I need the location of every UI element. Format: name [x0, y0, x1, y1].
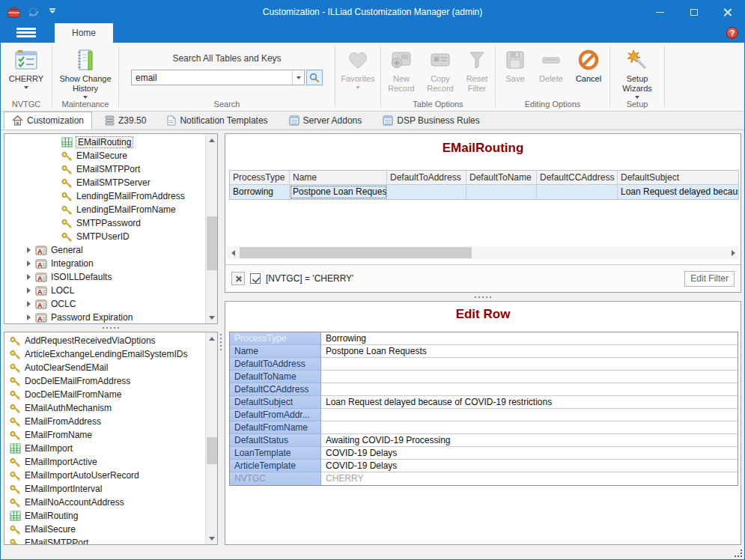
column-header[interactable]: DefaultToAddress	[387, 171, 466, 184]
expand-icon[interactable]	[27, 287, 31, 293]
tree-item[interactable]: SMTPPassword	[4, 216, 217, 230]
field-value[interactable]	[321, 421, 738, 434]
close-button[interactable]	[711, 1, 744, 23]
cancel-button[interactable]: Cancel	[570, 46, 607, 85]
tree-item[interactable]: EMailSecure	[4, 149, 217, 162]
list-item[interactable]: EMailFromName	[4, 428, 217, 442]
column-header[interactable]: DefaultCCAddress	[537, 171, 618, 184]
tree-item[interactable]: LendingEMailFromName	[4, 203, 217, 216]
scroll-left-button[interactable]	[227, 246, 239, 259]
tree-item[interactable]: SMTPUserID	[4, 230, 217, 243]
field-value[interactable]: Borrowing	[321, 332, 738, 345]
grid-cell[interactable]: Loan Request delayed because of COVID-19…	[618, 185, 738, 199]
tree-item[interactable]: A Password Expiration	[4, 311, 217, 324]
delete-button[interactable]: Delete	[532, 46, 570, 85]
cherry-button[interactable]: CHERRY	[1, 46, 52, 91]
list-item[interactable]: EMailRouting	[4, 509, 217, 523]
grid-cell[interactable]	[466, 185, 537, 199]
tree-item[interactable]: A LOCL	[4, 284, 217, 297]
tree-item[interactable]: A ISOILLDefaults	[4, 270, 217, 284]
field-value[interactable]	[321, 371, 738, 383]
list-item[interactable]: DocDelEMailFromAddress	[4, 374, 217, 388]
maximize-button[interactable]	[677, 1, 711, 23]
list-item[interactable]: EMailSecure	[4, 523, 217, 536]
grid-cell[interactable]	[387, 185, 466, 199]
field-value[interactable]: Awaiting COVID-19 Processing	[321, 434, 738, 447]
scroll-down-button[interactable]	[206, 311, 218, 323]
scroll-thumb[interactable]	[207, 437, 217, 464]
tab-dsp-business-rules[interactable]: DSP Business Rules	[374, 112, 488, 130]
scroll-up-button[interactable]	[206, 332, 218, 344]
scroll-down-button[interactable]	[206, 532, 218, 544]
tree-item[interactable]: EMailRouting	[4, 136, 217, 149]
filter-enabled-checkbox[interactable]	[250, 273, 261, 284]
list-vertical-scrollbar[interactable]	[205, 332, 217, 544]
column-header[interactable]: Name	[290, 171, 387, 184]
clear-filter-button[interactable]	[231, 272, 245, 285]
search-go-button[interactable]	[306, 70, 323, 85]
left-horizontal-splitter[interactable]	[4, 324, 218, 332]
tree-item[interactable]: A General	[4, 243, 217, 257]
grid-cell[interactable]	[537, 185, 618, 199]
list-item[interactable]: EMailImportAutoUserRecord	[4, 469, 217, 482]
field-value[interactable]: COVID-19 Delays	[321, 460, 738, 472]
tab-notification-templates[interactable]: Notification Templates	[159, 112, 276, 130]
field-value[interactable]: COVID-19 Delays	[321, 447, 738, 460]
list-item[interactable]: DocDelEMailFromName	[4, 388, 217, 401]
hamburger-menu-icon[interactable]	[16, 28, 36, 39]
tree-item[interactable]: EMailSMTPServer	[4, 176, 217, 189]
show-change-history-button[interactable]: Show Change History	[52, 46, 118, 100]
expand-icon[interactable]	[27, 301, 31, 307]
field-value[interactable]	[321, 358, 738, 371]
column-header[interactable]: DefaultSubject	[618, 171, 738, 184]
list-item[interactable]: EMailSMTPPort	[4, 536, 217, 545]
list-item[interactable]: EMailFromAddress	[4, 415, 217, 428]
favorites-button[interactable]: Favorites	[335, 46, 380, 91]
list-item[interactable]: EMailAuthMechanism	[4, 401, 217, 415]
list-item[interactable]: EMailImportActive	[4, 455, 217, 469]
edit-filter-button[interactable]: Edit Filter	[684, 271, 735, 287]
resize-grip[interactable]	[735, 550, 742, 557]
field-value[interactable]	[321, 409, 738, 421]
list-item[interactable]: ArticleExchangeLendingEmailSystemIDs	[4, 347, 217, 361]
grid-horizontal-scrollbar[interactable]	[227, 246, 739, 259]
search-input[interactable]: email	[131, 70, 305, 85]
tab-customization[interactable]: Customization	[4, 112, 92, 130]
expand-icon[interactable]	[27, 314, 31, 320]
tree-item[interactable]: EMailSMTPPort	[4, 162, 217, 176]
field-value[interactable]: Loan Request delayed because of COVID-19…	[321, 396, 738, 409]
expand-icon[interactable]	[27, 247, 31, 253]
list-item[interactable]: AutoClearSendEMail	[4, 361, 217, 374]
minimize-button[interactable]	[643, 1, 677, 23]
vertical-splitter[interactable]	[218, 133, 225, 545]
column-header[interactable]: DefaultToName	[466, 171, 537, 184]
save-button[interactable]: Save	[498, 46, 532, 85]
copy-record-button[interactable]: A Copy Record	[421, 46, 460, 95]
tree-item[interactable]: A Integration	[4, 257, 217, 270]
new-record-button[interactable]: New Record	[382, 46, 421, 95]
right-horizontal-splitter[interactable]	[225, 293, 741, 301]
expand-icon[interactable]	[27, 274, 31, 280]
table-row[interactable]: Borrowing Postpone Loan Requests Loan Re…	[230, 185, 738, 199]
scroll-thumb[interactable]	[240, 247, 472, 258]
tree-item[interactable]: LendingEMailFromAddress	[4, 189, 217, 203]
grid-cell[interactable]: Borrowing	[230, 185, 290, 199]
scroll-up-button[interactable]	[206, 134, 218, 146]
field-value[interactable]: Postpone Loan Requests	[321, 345, 738, 358]
expand-icon[interactable]	[27, 261, 31, 267]
column-header[interactable]: ProcessType	[230, 171, 290, 184]
scroll-thumb[interactable]	[207, 216, 217, 270]
list-item[interactable]: EMailImportInterval	[4, 482, 217, 496]
tab-home[interactable]: Home	[55, 23, 113, 43]
tab-z3950[interactable]: Z39.50	[97, 112, 154, 130]
tree-vertical-scrollbar[interactable]	[205, 134, 217, 323]
list-item[interactable]: EMailImport	[4, 442, 217, 455]
help-button[interactable]: ?	[726, 27, 738, 39]
list-item[interactable]: EMailNoAccountAddress	[4, 496, 217, 509]
reset-filter-button[interactable]: Reset Filter	[460, 46, 494, 95]
scroll-right-button[interactable]	[727, 246, 739, 259]
tab-server-addons[interactable]: Server Addons	[281, 112, 371, 130]
list-item[interactable]: AddRequestReceivedViaOptions	[4, 334, 217, 347]
combo-dropdown-icon[interactable]	[292, 70, 304, 85]
field-value[interactable]	[321, 383, 738, 396]
